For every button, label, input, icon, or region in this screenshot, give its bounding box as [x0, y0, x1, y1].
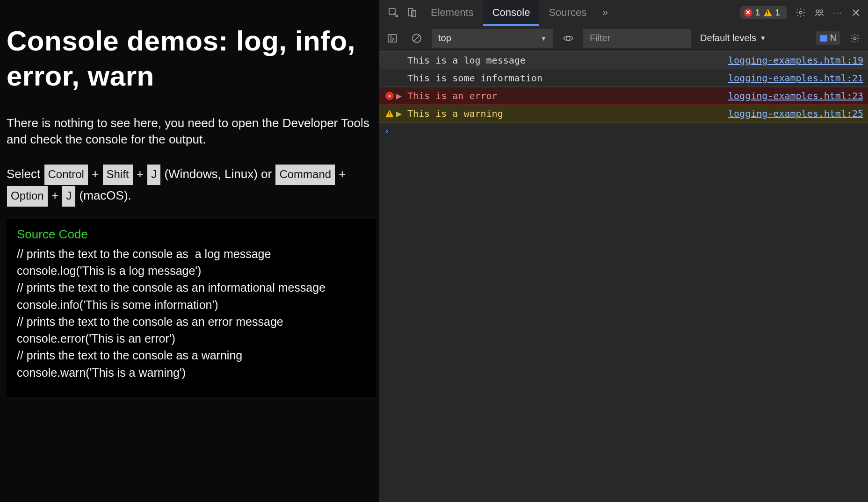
device-toolbar-icon[interactable] [403, 3, 421, 22]
settings-icon[interactable] [791, 3, 810, 22]
message-source-link[interactable]: logging-examples.html:19 [728, 55, 863, 66]
error-icon: ✕ [744, 8, 752, 17]
console-settings-icon[interactable] [846, 29, 864, 48]
console-message-warn[interactable]: ▶ This is a warning logging-examples.htm… [379, 105, 868, 122]
key-j-mac: J [62, 186, 75, 207]
svg-rect-1 [408, 8, 413, 16]
tab-elements[interactable]: Elements [421, 0, 483, 25]
source-line: // prints the text to the console as a l… [17, 245, 366, 262]
page-description: There is nothing to see here, you need t… [7, 115, 372, 148]
console-message-info[interactable]: This is some information logging-example… [379, 69, 868, 87]
tab-sources[interactable]: Sources [539, 0, 596, 25]
source-line: console.warn('This is a warning') [17, 364, 366, 381]
console-output: This is a log message logging-examples.h… [379, 51, 868, 502]
clear-console-icon[interactable] [407, 29, 426, 48]
svg-point-9 [854, 37, 856, 40]
source-code-box: Source Code // prints the text to the co… [7, 219, 376, 397]
customize-icon[interactable] [810, 3, 829, 22]
source-line: console.error('This is an error') [17, 330, 366, 347]
key-control: Control [44, 165, 88, 185]
key-option: Option [7, 186, 48, 207]
source-line: // prints the text to the console as an … [17, 279, 366, 296]
console-message-error[interactable]: ✕ ▶ This is an error logging-examples.ht… [379, 87, 868, 105]
message-text: This is some information [406, 72, 728, 84]
issues-button[interactable]: N [816, 31, 840, 45]
warning-icon [764, 9, 772, 16]
chevron-down-icon: ▼ [760, 35, 766, 42]
console-message-log[interactable]: This is a log message logging-examples.h… [379, 51, 868, 69]
tab-console[interactable]: Console [483, 0, 540, 25]
key-command: Command [275, 165, 335, 185]
console-toolbar: top ▼ Default levels ▼ N [379, 25, 868, 51]
source-line: console.log('This is a log message') [17, 262, 366, 279]
message-source-link[interactable]: logging-examples.html:21 [728, 72, 863, 84]
log-levels-select[interactable]: Default levels ▼ [696, 33, 770, 43]
error-count: 1 [755, 7, 760, 18]
key-shift: Shift [103, 165, 133, 185]
expand-arrow-icon[interactable]: ▶ [396, 90, 406, 101]
page-title: Console demos: log, info, error, warn [7, 23, 372, 93]
svg-point-5 [820, 10, 823, 13]
warning-count: 1 [775, 7, 780, 18]
svg-point-4 [816, 10, 819, 13]
message-text: This is an error [406, 90, 728, 101]
chevron-down-icon: ▼ [540, 35, 547, 42]
error-icon: ✕ [383, 92, 396, 100]
source-line: console.info('This is some information') [17, 296, 366, 313]
warning-icon [383, 110, 396, 117]
svg-point-3 [799, 11, 802, 14]
keyboard-shortcuts: Select Control + Shift + J (Windows, Lin… [7, 164, 372, 207]
console-filter-input[interactable] [583, 29, 691, 48]
source-line: // prints the text to the console as a w… [17, 347, 366, 364]
error-warning-status[interactable]: ✕ 1 1 [740, 6, 787, 19]
more-tabs-icon[interactable]: » [596, 3, 615, 22]
more-options-icon[interactable]: ⋯ [829, 7, 846, 18]
inspect-element-icon[interactable] [384, 3, 403, 22]
prompt-chevron-icon: › [384, 125, 390, 136]
close-devtools-icon[interactable] [846, 3, 865, 22]
issues-icon [820, 35, 827, 42]
expand-arrow-icon[interactable]: ▶ [396, 108, 406, 119]
devtools-panel: Elements Console Sources » ✕ 1 1 ⋯ top [379, 0, 868, 502]
svg-point-8 [566, 36, 570, 40]
execution-context-select[interactable]: top ▼ [432, 29, 553, 48]
message-source-link[interactable]: logging-examples.html:25 [728, 108, 863, 119]
page-content: Console demos: log, info, error, warn Th… [0, 0, 379, 502]
message-text: This is a log message [406, 55, 728, 66]
message-source-link[interactable]: logging-examples.html:23 [728, 90, 863, 101]
live-expression-icon[interactable] [559, 29, 578, 48]
source-code-heading: Source Code [17, 227, 366, 242]
toggle-console-sidebar-icon[interactable] [383, 29, 402, 48]
devtools-tabbar: Elements Console Sources » ✕ 1 1 ⋯ [379, 0, 868, 25]
source-line: // prints the text to the console as an … [17, 313, 366, 330]
console-prompt[interactable]: › [379, 122, 868, 139]
message-text: This is a warning [406, 108, 728, 119]
key-j: J [147, 165, 160, 185]
context-value: top [438, 33, 451, 43]
